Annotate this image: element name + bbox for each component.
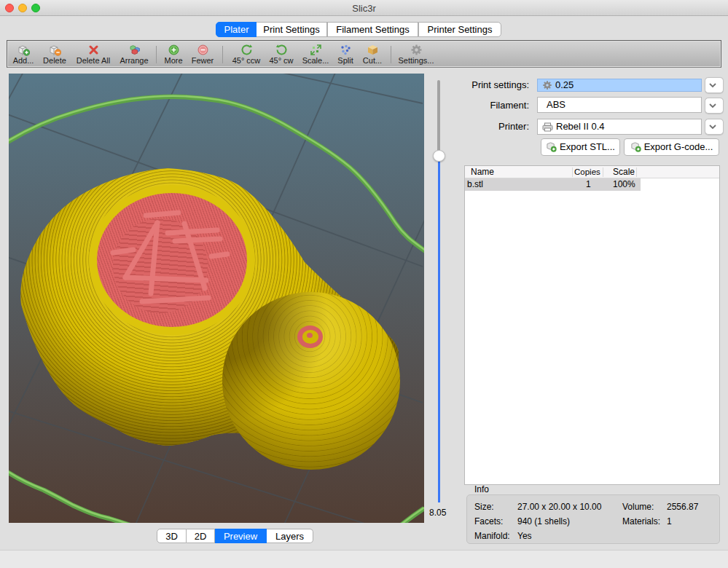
- export-stl-label: Export STL...: [560, 141, 615, 152]
- info-section-title: Info: [474, 484, 489, 494]
- row-copies: 1: [586, 178, 591, 191]
- filament-label: Filament:: [437, 98, 529, 113]
- delete-all-icon: [87, 44, 100, 56]
- print-settings-label: Print settings:: [437, 77, 529, 92]
- rotate-ccw-icon: [240, 44, 253, 56]
- tab-filament-settings[interactable]: Filament Settings: [327, 22, 418, 37]
- cut-icon: [367, 44, 379, 56]
- info-manifold-value: Yes: [517, 531, 532, 541]
- filament-value: ABS: [547, 99, 565, 110]
- delete-all-button[interactable]: Delete All: [70, 44, 117, 66]
- table-header: Name Copies Scale: [465, 166, 719, 178]
- row-scale: 100%: [613, 178, 635, 191]
- fewer-button[interactable]: Fewer: [179, 44, 226, 66]
- layer-slider-fill[interactable]: [438, 155, 440, 502]
- view-button-3d[interactable]: 3D: [157, 529, 187, 543]
- cut-button[interactable]: Cut...: [349, 44, 396, 66]
- view-button-layers[interactable]: Layers: [267, 529, 313, 543]
- tab-plater[interactable]: Plater: [216, 22, 257, 37]
- info-manifold-label: Manifold:: [474, 531, 510, 541]
- printer-label: Printer:: [437, 119, 529, 134]
- export-gcode-button[interactable]: Export G-code...: [624, 138, 719, 156]
- column-scale[interactable]: Scale: [613, 166, 635, 178]
- arrange-icon: [128, 44, 141, 56]
- column-name[interactable]: Name: [471, 166, 494, 178]
- info-size-value: 27.00 x 20.00 x 10.00: [517, 502, 601, 512]
- add-icon: [17, 44, 30, 56]
- filament-dropdown-button[interactable]: [705, 98, 724, 114]
- window-title: Slic3r: [0, 3, 728, 14]
- settings-label: Settings...: [393, 57, 439, 65]
- fewer-icon: [197, 44, 209, 56]
- export-gcode-icon: [630, 141, 641, 152]
- delete-all-label: Delete All: [70, 57, 117, 65]
- column-separator: [572, 167, 573, 177]
- tab-printer-settings[interactable]: Printer Settings: [418, 22, 501, 37]
- print-settings-dropdown-button[interactable]: [705, 77, 724, 93]
- fewer-label: Fewer: [179, 57, 226, 65]
- column-copies[interactable]: Copies: [574, 166, 600, 178]
- gear-icon: [542, 80, 552, 90]
- export-gcode-label: Export G-code...: [644, 141, 713, 152]
- layer-slider-value: 8.05: [429, 508, 453, 518]
- small-dome-center: [307, 333, 313, 338]
- objects-table[interactable]: Name Copies Scale b.stl 1 100%: [464, 165, 720, 485]
- column-separator: [603, 167, 603, 177]
- info-facets-value: 940 (1 shells): [517, 516, 570, 526]
- title-bar: Slic3r: [0, 0, 728, 16]
- delete-icon: [49, 44, 61, 56]
- export-stl-button[interactable]: Export STL...: [541, 138, 620, 156]
- printer-dropdown-button[interactable]: [705, 119, 724, 135]
- row-name: b.stl: [467, 178, 483, 191]
- printer-value: Rebel II 0.4: [556, 121, 605, 132]
- view-button-2d[interactable]: 2D: [187, 529, 215, 543]
- view-button-preview[interactable]: Preview: [215, 529, 267, 543]
- info-volume-value: 2556.87: [667, 502, 698, 512]
- settings-button[interactable]: Settings...: [393, 44, 439, 66]
- info-materials-value: 1: [667, 516, 672, 526]
- more-icon: [168, 44, 180, 56]
- column-separator: [636, 167, 637, 177]
- layer-slider-thumb[interactable]: [433, 150, 445, 162]
- window-bottom-strip: [0, 550, 728, 568]
- chevron-down-icon: [705, 119, 720, 133]
- info-facets-label: Facets:: [474, 516, 503, 526]
- info-size-label: Size:: [474, 502, 494, 512]
- model-small-dome[interactable]: [222, 292, 400, 470]
- 3d-viewport[interactable]: [9, 74, 424, 523]
- info-volume-label: Volume:: [622, 502, 654, 512]
- print-settings-value: 0.25: [555, 79, 574, 90]
- chevron-down-icon: [705, 98, 720, 112]
- printer-icon: [542, 122, 553, 132]
- toolbar: Add... Delete Delete All Arrange More Fe…: [7, 42, 721, 66]
- settings-icon: [410, 44, 423, 56]
- infill-lines: [97, 193, 247, 327]
- chevron-down-icon: [705, 78, 720, 92]
- info-materials-label: Materials:: [622, 516, 660, 526]
- export-stl-icon: [546, 141, 557, 152]
- tab-print-settings[interactable]: Print Settings: [257, 22, 327, 37]
- rotate-cw-icon: [275, 44, 288, 56]
- toolbar-separator-3: [391, 46, 391, 63]
- scale-icon: [310, 44, 322, 56]
- cut-label: Cut...: [349, 57, 396, 65]
- print-settings-combo[interactable]: 0.25: [537, 79, 702, 92]
- printer-combo[interactable]: Rebel II 0.4: [537, 119, 702, 135]
- filament-combo[interactable]: ABS: [537, 97, 702, 113]
